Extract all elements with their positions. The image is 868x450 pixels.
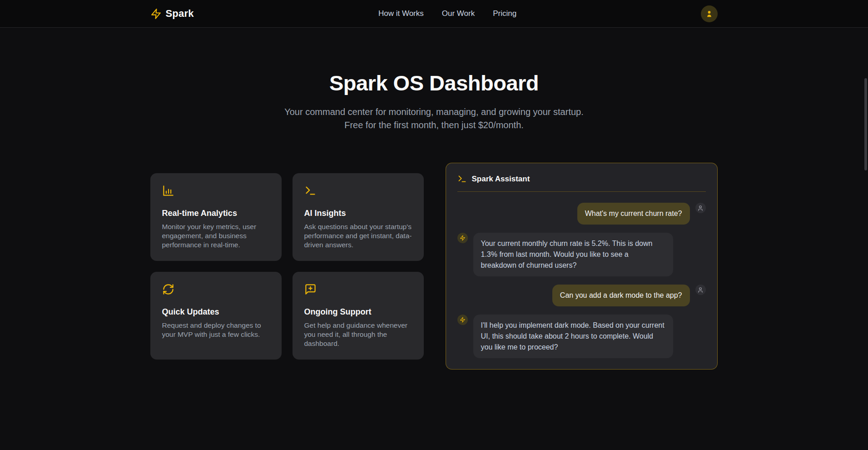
nav-link-how-it-works[interactable]: How it Works [378, 9, 424, 18]
brand-name: Spark [166, 8, 194, 20]
nav-links: How it Works Our Work Pricing [378, 9, 516, 18]
avatar [457, 315, 468, 325]
chat-message-user: What's my current churn rate? [457, 203, 706, 225]
content-row: Real-time Analytics Monitor your key met… [150, 163, 718, 370]
chat-message-assistant: Your current monthly churn rate is 5.2%.… [457, 233, 706, 276]
assistant-message-bubble: Your current monthly churn rate is 5.2%.… [473, 233, 673, 276]
zap-icon [150, 8, 162, 20]
scrollbar-track [863, 0, 868, 450]
user-message-bubble: What's my current churn rate? [577, 203, 690, 225]
feature-title: AI Insights [304, 209, 412, 218]
refresh-icon [162, 283, 270, 297]
feature-title: Real-time Analytics [162, 209, 270, 218]
feature-description: Monitor your key metrics, user engagemen… [162, 222, 270, 250]
bar-chart-icon [162, 185, 270, 199]
account-avatar-button[interactable] [701, 5, 718, 22]
page-title: Spark OS Dashboard [0, 70, 868, 95]
zap-icon [460, 235, 466, 241]
assistant-panel-title: Spark Assistant [472, 175, 530, 184]
user-icon [705, 10, 714, 18]
feature-card-ongoing-support: Ongoing Support Get help and guidance wh… [293, 272, 424, 360]
chat-message-user: Can you add a dark mode to the app? [457, 285, 706, 306]
user-icon [697, 287, 704, 293]
assistant-panel: Spark Assistant What's my current churn … [446, 163, 718, 370]
hero-section: Spark OS Dashboard Your command center f… [0, 28, 868, 132]
zap-icon [460, 317, 466, 323]
feature-title: Quick Updates [162, 307, 270, 317]
feature-card-analytics: Real-time Analytics Monitor your key met… [150, 173, 282, 261]
feature-description: Request and deploy changes to your MVP w… [162, 321, 270, 339]
assistant-panel-header: Spark Assistant [457, 174, 706, 192]
feature-title: Ongoing Support [304, 307, 412, 317]
user-message-bubble: Can you add a dark mode to the app? [552, 285, 690, 306]
avatar [457, 233, 468, 243]
brand-logo[interactable]: Spark [150, 8, 194, 20]
features-grid: Real-time Analytics Monitor your key met… [150, 173, 424, 360]
feature-description: Ask questions about your startup's perfo… [304, 222, 412, 250]
message-list: What's my current churn rate? Your curre… [457, 203, 706, 358]
nav-link-pricing[interactable]: Pricing [493, 9, 516, 18]
message-square-plus-icon [304, 283, 412, 297]
assistant-message-bubble: I'll help you implement dark mode. Based… [473, 315, 673, 358]
feature-description: Get help and guidance whenever you need … [304, 321, 412, 348]
feature-card-ai-insights: AI Insights Ask questions about your sta… [293, 173, 424, 261]
user-icon [697, 205, 704, 211]
feature-card-quick-updates: Quick Updates Request and deploy changes… [150, 272, 282, 360]
chat-message-assistant: I'll help you implement dark mode. Based… [457, 315, 706, 358]
terminal-icon [304, 185, 412, 199]
scrollbar-thumb[interactable] [864, 78, 867, 170]
nav-link-our-work[interactable]: Our Work [442, 9, 475, 18]
avatar [695, 285, 706, 295]
page-subtitle: Your command center for monitoring, mana… [278, 105, 591, 132]
avatar [695, 203, 706, 213]
navbar: Spark How it Works Our Work Pricing [0, 0, 868, 28]
terminal-icon [457, 174, 467, 184]
